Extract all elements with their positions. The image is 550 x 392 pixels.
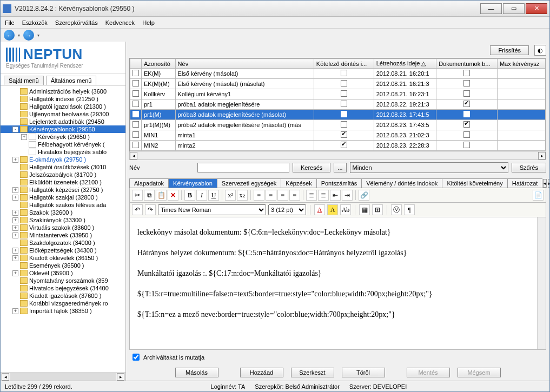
tree-item[interactable]: Korábbi vizsgaeredmények ro xyxy=(1,300,125,307)
grid-header[interactable] xyxy=(130,59,142,69)
archive-checkbox[interactable] xyxy=(132,354,140,361)
align-center-button[interactable]: ≡ xyxy=(266,190,276,201)
tree-item[interactable]: +Kérvények (29650 ) xyxy=(1,133,125,141)
add-button[interactable]: Hozzáad xyxy=(240,368,283,377)
font-size-select[interactable]: 3 (12 pt) xyxy=(268,204,306,215)
detail-tab[interactable]: Képzések xyxy=(281,178,316,188)
detail-tab[interactable]: Kérvénysablon xyxy=(168,178,217,188)
tree-item[interactable]: -Kérvénysablonok (29550 xyxy=(1,125,125,133)
subscript-button[interactable]: x₂ xyxy=(237,190,248,201)
grid-header[interactable]: Azonosító xyxy=(142,59,176,69)
tree-item[interactable]: +Virtuális szakok (33600 ) xyxy=(1,224,125,231)
scroll-right-icon[interactable]: ▸ xyxy=(117,373,124,381)
indent-button[interactable]: ⇥ xyxy=(342,190,353,201)
paste-icon[interactable]: 📋 xyxy=(156,190,167,201)
forward-dropdown[interactable]: ▾ xyxy=(36,33,41,38)
filter-button[interactable]: Szűrés xyxy=(512,163,546,172)
tree-item[interactable]: Hivatalos bejegyzések (34400 xyxy=(1,284,125,292)
detail-tab[interactable]: Vélemény / döntés indokok xyxy=(361,178,442,188)
tree-item[interactable]: Félbehagyott kérvények ( xyxy=(1,141,125,148)
underline-button[interactable]: U xyxy=(208,190,219,201)
search-button[interactable]: Keresés xyxy=(293,163,330,172)
grid-header[interactable]: Kötelező döntés i... xyxy=(314,59,374,69)
tree-item[interactable]: +Kiadott oklevelek (36150 ) xyxy=(1,254,125,262)
menu-tree[interactable]: Adminisztrációs helyek (3600Hallgatók in… xyxy=(1,85,125,372)
tree-item[interactable]: Elküldött üzenetek (32100 ) xyxy=(1,178,125,186)
tree-item[interactable]: Hivatalos bejegyzés sablo xyxy=(1,148,125,156)
italic-button[interactable]: I xyxy=(196,190,207,201)
tab-own-menu[interactable]: Saját menü xyxy=(4,76,44,85)
search-more-button[interactable]: ... xyxy=(334,163,346,172)
minimize-button[interactable]: — xyxy=(480,3,502,14)
tree-item[interactable]: Jelszószabályok (31700 ) xyxy=(1,171,125,178)
grid-header[interactable]: Létrehozás ideje △ xyxy=(374,59,436,69)
tree-hscroll[interactable]: ◂ ▸ xyxy=(1,372,125,381)
tree-item[interactable]: +Szakirányok (33300 ) xyxy=(1,216,125,224)
tree-item[interactable]: Hallgatók indexei (21250 ) xyxy=(1,95,125,103)
table-icon[interactable]: ▦ xyxy=(359,204,370,215)
cut-icon[interactable]: ✂ xyxy=(132,190,143,201)
table-row[interactable]: MIN2minta22012.08.23. 22:28:3 xyxy=(130,141,546,151)
tree-item[interactable]: +Oklevél (35900 ) xyxy=(1,269,125,277)
tree-item[interactable]: Események (36500 ) xyxy=(1,262,125,269)
delete-button[interactable]: Töröl xyxy=(342,368,385,377)
data-grid[interactable]: AzonosítóNévKötelező döntés i...Létrehoz… xyxy=(129,58,546,151)
refresh-button[interactable]: Frissítés xyxy=(490,45,529,55)
detail-tab[interactable]: Kitöltési követelmény xyxy=(442,178,507,188)
menu-role[interactable]: Szerepkörváltás xyxy=(55,19,98,26)
menu-tools[interactable]: Eszközök xyxy=(22,19,48,26)
link-icon[interactable]: 🔗 xyxy=(359,190,369,201)
tab-general-menu[interactable]: Általános menü xyxy=(46,76,97,85)
scroll-left-icon[interactable]: ◂ xyxy=(2,373,9,381)
font-family-select[interactable]: Times New Roman xyxy=(158,204,266,215)
list-ordered-button[interactable]: ≣ xyxy=(306,190,317,201)
maximize-button[interactable]: ▭ xyxy=(503,3,525,14)
font-color-button[interactable]: A xyxy=(314,204,325,215)
preview-icon[interactable]: 📄 xyxy=(533,190,544,201)
tree-item[interactable]: +Hallgatók képzései (32750 ) xyxy=(1,186,125,194)
tree-item[interactable]: Ujjlenyomat beolvasás (29300 xyxy=(1,110,125,118)
tree-item[interactable]: +Importált fájlok (38350 ) xyxy=(1,307,125,315)
edit-button[interactable]: Szerkeszt xyxy=(291,368,334,377)
show-codes-icon[interactable]: ¶ xyxy=(404,204,415,215)
grid-hscroll[interactable]: ◂ ▸ xyxy=(129,151,546,160)
detail-tab[interactable]: Pontszámítás xyxy=(316,178,362,188)
delete-icon[interactable]: ✕ xyxy=(168,190,178,201)
tree-item[interactable]: +Előképzettségek (34300 ) xyxy=(1,247,125,254)
align-justify-button[interactable]: ≡ xyxy=(289,190,300,201)
copy-icon[interactable]: ⧉ xyxy=(144,190,155,201)
copy-button[interactable]: Másolás xyxy=(175,368,218,377)
variable-icon[interactable]: ⓥ xyxy=(391,204,402,215)
table-row[interactable]: KollkérvKollégiumi kérvény12012.08.21. 1… xyxy=(130,89,546,99)
table-row[interactable]: pr1próba1 adatok megjelenítésére2012.08.… xyxy=(130,99,546,110)
tab-scroll-icon[interactable]: ◂ xyxy=(543,179,547,188)
tree-item[interactable]: Adminisztrációs helyek (3600 xyxy=(1,88,125,95)
grid-header[interactable]: Dokumentumok b... xyxy=(436,59,498,69)
align-left-button[interactable]: ≡ xyxy=(254,190,264,201)
tree-item[interactable]: +E-okmányok (29750 ) xyxy=(1,156,125,163)
table-row[interactable]: MIN1minta12012.08.23. 21:02:3 xyxy=(130,130,546,141)
forward-button[interactable]: → xyxy=(23,30,34,41)
tree-item[interactable]: Kiadott igazolások (37600 ) xyxy=(1,292,125,300)
list-unordered-button[interactable]: ≣ xyxy=(318,190,329,201)
tree-item[interactable]: Nyomtatvány sorszámok (359 xyxy=(1,277,125,284)
tree-item[interactable]: Hallgatói óraütközések (3010 xyxy=(1,163,125,171)
tree-item[interactable]: Hallgatói igazolások (21300 ) xyxy=(1,103,125,110)
tree-item[interactable]: Hallgatók szakos féléves ada xyxy=(1,201,125,209)
back-dropdown[interactable]: ▾ xyxy=(16,33,22,38)
menu-file[interactable]: File xyxy=(5,19,15,26)
search-input[interactable] xyxy=(197,163,289,172)
grid-header[interactable]: Név xyxy=(175,59,314,69)
grid-header[interactable]: Max kérvénysz xyxy=(497,59,545,69)
detail-tab[interactable]: Határozat xyxy=(507,178,543,188)
template-editor[interactable]: leckekönyv másolat dokumentum: ${C:6:n=l… xyxy=(129,217,546,350)
tree-item[interactable]: Szakdolgozatok (34000 ) xyxy=(1,239,125,247)
grid-scroll-left-icon[interactable]: ◂ xyxy=(130,152,137,160)
table-row[interactable]: EK(M)(M)Első kérvény (másolat) (másolat)… xyxy=(130,79,546,89)
outdent-button[interactable]: ⇤ xyxy=(330,190,341,201)
table-row[interactable]: EK(M)Első kérvény (másolat)2012.08.21. 1… xyxy=(130,69,546,79)
settings-icon[interactable]: ◐ xyxy=(534,45,546,56)
table-row[interactable]: pr1(M)(M)próba2 adatok megjelenítésére (… xyxy=(130,120,546,130)
insert-icon[interactable]: ⊞ xyxy=(372,204,383,215)
tab-scroll-icon[interactable]: ▸ xyxy=(548,179,549,188)
